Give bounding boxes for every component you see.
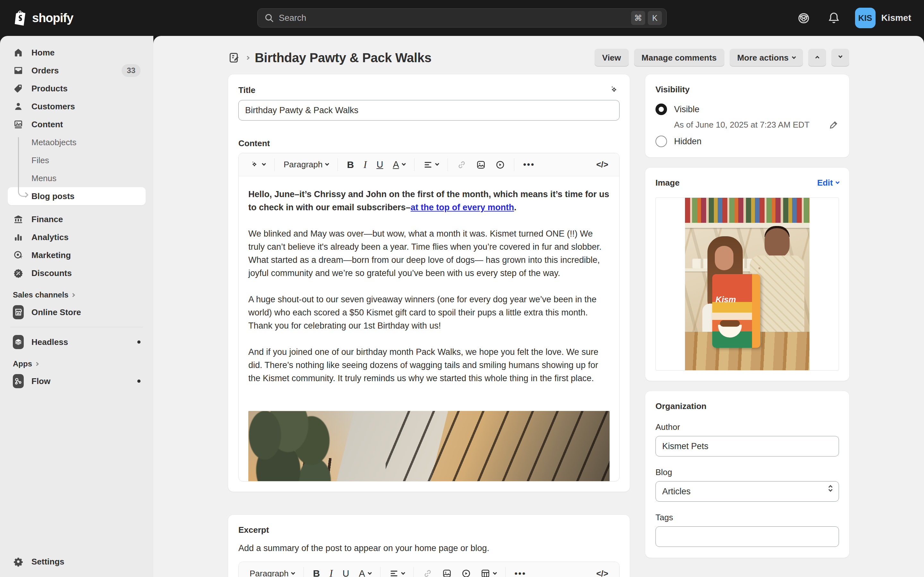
blog-post-breadcrumb-icon[interactable]	[228, 52, 240, 64]
content-label: Content	[238, 139, 620, 148]
insert-image-button[interactable]	[472, 156, 489, 173]
paragraph-style-dropdown[interactable]: Paragraph	[280, 156, 333, 173]
sidebar-item-analytics[interactable]: Analytics	[8, 228, 145, 246]
italic-button[interactable]: I	[326, 565, 336, 577]
sidebar-item-flow[interactable]: Flow	[8, 372, 145, 390]
page-header: Birthday Pawty & Pack Walks View Manage …	[228, 45, 849, 70]
orders-icon	[13, 65, 24, 76]
insert-video-button[interactable]	[491, 156, 509, 173]
tags-input[interactable]	[656, 526, 839, 547]
breadcrumb-chevron-icon	[246, 55, 249, 61]
sidebar-item-settings[interactable]: Settings	[8, 553, 145, 571]
content-editor: Paragraph B I U A	[238, 153, 620, 482]
sidebar-item-content[interactable]: Content	[8, 115, 145, 133]
bold-button[interactable]: B	[309, 565, 324, 577]
chevron-down-icon	[838, 54, 843, 58]
paragraph-style-dropdown[interactable]: Paragraph	[246, 565, 298, 577]
search-placeholder: Search	[279, 13, 628, 23]
account-menu[interactable]: KIS Kismet	[855, 8, 911, 28]
underline-button[interactable]: U	[338, 565, 353, 577]
global-search-input[interactable]: Search ⌘ K	[257, 8, 667, 27]
flow-status-dot	[137, 380, 141, 383]
insert-link-button[interactable]	[419, 565, 436, 577]
home-icon	[13, 47, 24, 58]
blog-select[interactable]: Articles	[656, 481, 839, 502]
sidebar-item-metaobjects[interactable]: Metaobjects	[8, 133, 145, 151]
excerpt-description: Add a summary of the post to appear on y…	[238, 543, 620, 553]
products-tag-icon	[13, 83, 24, 93]
sidekick-assistant-icon[interactable]	[795, 9, 813, 27]
visibility-timestamp: As of June 10, 2025 at 7:23 AM EDT	[674, 120, 809, 130]
select-stepper-icon	[829, 486, 832, 492]
discounts-badge-icon	[13, 268, 24, 278]
sidebar-item-online-store[interactable]: Online Store	[8, 303, 145, 321]
sidebar-item-files[interactable]: Files	[8, 151, 145, 169]
chevron-down-icon	[835, 180, 840, 184]
sidebar-item-headless[interactable]: Headless	[8, 333, 145, 351]
apps-header[interactable]: Apps	[8, 351, 145, 372]
alignment-dropdown[interactable]	[420, 156, 443, 173]
view-button[interactable]: View	[594, 49, 629, 67]
chevron-down-icon	[792, 55, 796, 59]
sidebar-item-orders[interactable]: Orders 33	[8, 61, 145, 79]
excerpt-toolbar: Paragraph B I U A	[239, 562, 619, 577]
ai-sparkle-icon[interactable]	[609, 85, 620, 95]
text-color-dropdown[interactable]: A	[389, 156, 409, 173]
chevron-down-icon	[493, 571, 497, 575]
italic-button[interactable]: I	[360, 156, 371, 173]
text-color-dropdown[interactable]: A	[355, 565, 375, 577]
sales-channels-header[interactable]: Sales channels	[8, 282, 145, 303]
ai-assist-dropdown[interactable]	[246, 156, 269, 173]
insert-video-button[interactable]	[457, 565, 475, 577]
notifications-bell-icon[interactable]	[825, 9, 843, 27]
sidebar-item-customers[interactable]: Customers	[8, 97, 145, 115]
sidebar-item-discounts[interactable]: Discounts	[8, 264, 145, 282]
insert-table-dropdown[interactable]	[477, 565, 500, 577]
content-paragraph: We blinked and May was over—but wow, wha…	[248, 227, 610, 280]
author-input[interactable]	[656, 436, 839, 456]
more-actions-button[interactable]: More actions	[730, 49, 803, 67]
more-formatting-button[interactable]: •••	[519, 156, 539, 173]
insert-image-button[interactable]	[438, 565, 456, 577]
edit-visibility-pencil-icon[interactable]	[829, 119, 839, 130]
organization-card: Organization Author Blog Articles	[645, 391, 849, 558]
visibility-card: Visibility Visible As of June 10, 2025 a…	[645, 74, 849, 157]
underline-button[interactable]: U	[373, 156, 387, 173]
more-formatting-button[interactable]: •••	[511, 565, 530, 577]
bold-button[interactable]: B	[343, 156, 358, 173]
visibility-hidden-option[interactable]: Hidden	[656, 135, 839, 147]
code-view-button[interactable]: </>	[592, 156, 612, 173]
search-icon	[264, 13, 274, 23]
featured-image-frame[interactable]: Kism	[656, 197, 839, 371]
sidebar-item-products[interactable]: Products	[8, 79, 145, 97]
content-editor-body[interactable]: Hello, June–it’s Chrissy and John on the…	[239, 176, 619, 481]
chevron-down-icon	[401, 571, 405, 575]
sidebar-item-home[interactable]: Home	[8, 44, 145, 61]
shopify-bag-icon	[13, 10, 27, 26]
sidebar-item-menus[interactable]: Menus	[8, 169, 145, 187]
excerpt-editor: Paragraph B I U A	[238, 562, 620, 577]
alignment-dropdown[interactable]	[386, 565, 409, 577]
next-post-button[interactable]	[831, 49, 849, 67]
code-view-button[interactable]: </>	[592, 565, 612, 577]
content-link[interactable]: at the top of every month	[411, 203, 514, 212]
kbd-cmd: ⌘	[631, 11, 645, 25]
sidebar-item-finance[interactable]: Finance	[8, 210, 145, 228]
post-title-input[interactable]	[238, 100, 620, 121]
online-store-icon	[13, 305, 24, 319]
topbar: shopify Search ⌘ K KIS Kismet	[0, 0, 924, 36]
content-paragraph: A huge shout-out to our seven giveaway w…	[248, 293, 610, 332]
manage-comments-button[interactable]: Manage comments	[634, 49, 724, 67]
image-heading: Image	[656, 178, 680, 188]
visibility-visible-option[interactable]: Visible	[656, 103, 839, 115]
sidebar-item-marketing[interactable]: Marketing	[8, 246, 145, 264]
customers-icon	[13, 101, 24, 111]
insert-link-button[interactable]	[453, 156, 470, 173]
previous-post-button[interactable]	[808, 49, 826, 67]
edit-image-dropdown[interactable]: Edit	[817, 178, 839, 188]
avatar: KIS	[855, 8, 876, 28]
tags-label: Tags	[656, 513, 839, 522]
content-inline-photo[interactable]	[248, 411, 610, 481]
sidebar-item-blog-posts[interactable]: Blog posts	[8, 187, 145, 205]
shopify-logo[interactable]: shopify	[13, 10, 73, 26]
